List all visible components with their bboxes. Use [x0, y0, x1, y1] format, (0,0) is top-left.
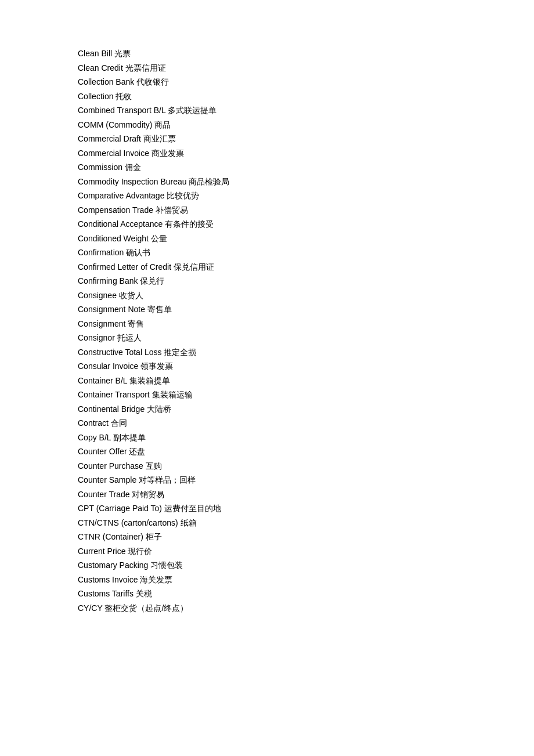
- term-english: Commercial Invoice: [78, 149, 151, 158]
- term-chinese: 公量: [151, 234, 167, 243]
- term-english: Counter Trade: [78, 490, 132, 499]
- term-chinese: 保兑行: [140, 276, 164, 285]
- list-item: CPT (Carriage Paid To) 运费付至目的地: [78, 501, 456, 516]
- list-item: Combined Transport B/L 多式联运提单: [78, 103, 456, 118]
- term-chinese: 合同: [111, 418, 127, 428]
- term-chinese: 大陆桥: [147, 404, 171, 414]
- term-english: Confirmed Letter of Credit: [78, 262, 174, 272]
- term-english: Compensation Trade: [78, 205, 156, 215]
- term-english: Copy B/L: [78, 433, 113, 442]
- list-item: Collection 托收: [78, 89, 456, 104]
- term-english: Counter Sample: [78, 475, 139, 484]
- term-english: Collection: [78, 92, 116, 101]
- list-item: Consular Invoice 领事发票: [78, 359, 456, 374]
- term-english: COMM (Commodity): [78, 120, 154, 129]
- list-item: Counter Sample 对等样品；回样: [78, 473, 456, 487]
- list-item: Clean Bill 光票: [78, 46, 456, 61]
- list-item: Customs Invoice 海关发票: [78, 573, 456, 587]
- term-chinese: 商业发票: [151, 149, 184, 158]
- term-chinese: 光票: [114, 49, 131, 58]
- term-english: Conditioned Weight: [78, 234, 151, 243]
- term-english: Consignor: [78, 333, 117, 342]
- term-english: Confirming Bank: [78, 276, 140, 285]
- term-chinese: 寄售: [128, 319, 144, 328]
- list-item: Container Transport 集装箱运输: [78, 388, 456, 402]
- term-chinese: 集装箱运输: [152, 390, 193, 399]
- term-english: Container Transport: [78, 390, 152, 399]
- term-chinese: 副本提单: [113, 433, 146, 442]
- term-chinese: 纸箱: [181, 518, 197, 527]
- term-english: CPT (Carriage Paid To): [78, 504, 164, 513]
- list-item: Consignee 收货人: [78, 288, 456, 303]
- term-chinese: 托运人: [117, 333, 142, 342]
- term-chinese: 光票信用证: [125, 63, 166, 73]
- list-item: Counter Trade 对销贸易: [78, 487, 456, 502]
- term-english: Commission: [78, 162, 125, 172]
- term-chinese: 还盘: [129, 447, 145, 456]
- term-english: Combined Transport B/L: [78, 106, 168, 115]
- list-item: Customary Packing 习惯包装: [78, 558, 456, 573]
- term-chinese: 推定全损: [164, 348, 196, 357]
- term-english: CY/CY: [78, 603, 104, 613]
- term-chinese: 确认书: [126, 248, 150, 257]
- term-english: Clean Credit: [78, 63, 125, 73]
- term-chinese: 佣金: [125, 162, 141, 172]
- term-english: Consignment: [78, 319, 128, 328]
- term-english: Counter Offer: [78, 447, 129, 456]
- list-item: Commercial Draft 商业汇票: [78, 132, 456, 146]
- term-english: Continental Bridge: [78, 404, 147, 414]
- list-item: Clean Credit 光票信用证: [78, 61, 456, 75]
- term-chinese: 海关发票: [140, 575, 172, 584]
- list-item: Collection Bank 代收银行: [78, 75, 456, 89]
- term-chinese: 柜子: [146, 532, 162, 541]
- list-item: CTN/CTNS (carton/cartons) 纸箱: [78, 516, 456, 530]
- list-item: Constructive Total Loss 推定全损: [78, 345, 456, 360]
- list-item: Consignment 寄售: [78, 317, 456, 331]
- term-english: Consular Invoice: [78, 361, 140, 371]
- list-item: Conditional Acceptance 有条件的接受: [78, 217, 456, 231]
- term-chinese: 互购: [146, 461, 162, 471]
- list-item: Commercial Invoice 商业发票: [78, 146, 456, 161]
- term-chinese: 习惯包装: [150, 560, 183, 570]
- term-english: Consignee: [78, 291, 119, 300]
- list-item: Contract 合同: [78, 416, 456, 431]
- term-chinese: 整柜交货（起点/终点）: [104, 603, 188, 613]
- list-item: Continental Bridge 大陆桥: [78, 402, 456, 417]
- list-item: Counter Offer 还盘: [78, 444, 456, 459]
- term-chinese: 对等样品；回样: [139, 475, 196, 484]
- list-item: Compensation Trade 补偿贸易: [78, 203, 456, 218]
- term-english: Customary Packing: [78, 560, 150, 570]
- list-item: CTNR (Container) 柜子: [78, 530, 456, 544]
- term-chinese: 比较优势: [167, 191, 199, 200]
- list-item: Conditioned Weight 公量: [78, 231, 456, 246]
- list-item: Confirming Bank 保兑行: [78, 274, 456, 288]
- term-chinese: 商品检验局: [189, 177, 229, 186]
- term-chinese: 现行价: [128, 547, 152, 556]
- list-item: Confirmed Letter of Credit 保兑信用证: [78, 260, 456, 274]
- term-english: Commodity Inspection Bureau: [78, 177, 189, 186]
- term-chinese: 补偿贸易: [156, 205, 188, 215]
- term-chinese: 寄售单: [147, 305, 172, 314]
- term-chinese: 集装箱提单: [129, 376, 170, 385]
- term-english: Constructive Total Loss: [78, 348, 164, 357]
- list-item: Copy B/L 副本提单: [78, 431, 456, 445]
- list-item: Consignment Note 寄售单: [78, 302, 456, 317]
- term-chinese: 商品: [154, 120, 171, 129]
- term-english: Container B/L: [78, 376, 129, 385]
- term-english: Collection Bank: [78, 77, 136, 86]
- term-english: Contract: [78, 418, 111, 428]
- list-item: COMM (Commodity) 商品: [78, 118, 456, 132]
- term-english: Customs Tariffs: [78, 589, 136, 598]
- term-chinese: 对销贸易: [132, 490, 164, 499]
- term-english: CTNR (Container): [78, 532, 146, 541]
- list-item: Confirmation 确认书: [78, 245, 456, 260]
- term-chinese: 商业汇票: [143, 134, 176, 143]
- term-english: Confirmation: [78, 248, 126, 257]
- term-chinese: 运费付至目的地: [164, 504, 221, 513]
- term-english: Counter Purchase: [78, 461, 146, 471]
- list-item: Comparative Advantage 比较优势: [78, 189, 456, 203]
- list-item: Commodity Inspection Bureau 商品检验局: [78, 175, 456, 189]
- list-item: Commission 佣金: [78, 160, 456, 175]
- term-chinese: 领事发票: [140, 361, 173, 371]
- term-english: Commercial Draft: [78, 134, 143, 143]
